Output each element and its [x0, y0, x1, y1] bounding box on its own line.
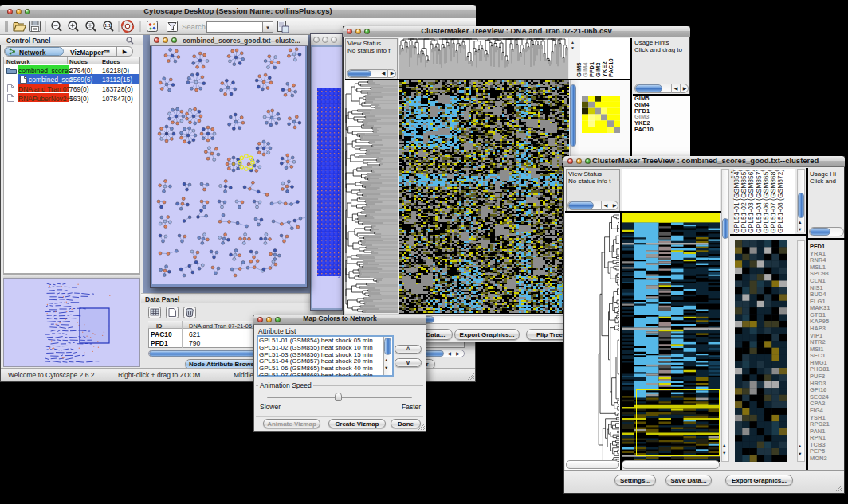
svg-text:Search:: Search: — [182, 22, 208, 31]
svg-text:1:1: 1:1 — [104, 23, 111, 28]
